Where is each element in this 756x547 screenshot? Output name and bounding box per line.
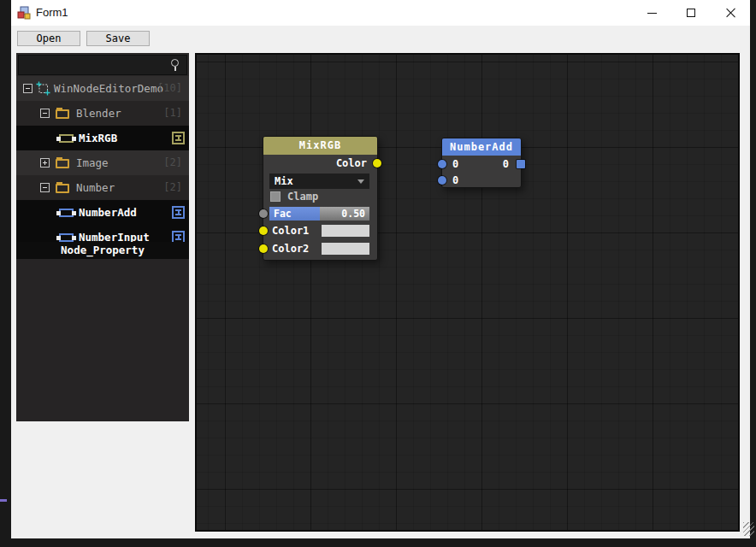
tree-item-label: NumberInput bbox=[79, 225, 150, 242]
input-socket-color1[interactable] bbox=[259, 226, 268, 235]
tree-item-label: NumberAdd bbox=[79, 200, 137, 225]
desktop-artifact bbox=[0, 499, 7, 502]
save-button[interactable]: Save bbox=[86, 31, 150, 46]
fac-slider[interactable]: Fac 0.50 bbox=[269, 207, 369, 221]
window-titlebar[interactable]: Form1 bbox=[11, 0, 750, 26]
node-form-icon[interactable] bbox=[172, 206, 185, 219]
collapse-toggle-icon[interactable] bbox=[23, 84, 32, 93]
tree-item-mixrgb[interactable]: MixRGB bbox=[16, 126, 189, 150]
folder-icon bbox=[56, 109, 69, 119]
toolbar: Open Save bbox=[11, 26, 750, 53]
input-socket-number1[interactable] bbox=[438, 160, 446, 168]
minimize-icon bbox=[647, 13, 657, 14]
output-socket-color[interactable] bbox=[373, 159, 381, 168]
app-icon bbox=[17, 6, 31, 20]
project-root-icon bbox=[36, 81, 50, 96]
minimize-button[interactable] bbox=[632, 0, 671, 26]
app-window: Form1 Open Save bbox=[11, 0, 750, 538]
search-input[interactable] bbox=[22, 57, 164, 73]
input-socket-color2[interactable] bbox=[259, 244, 268, 253]
blend-mode-value: Mix bbox=[275, 174, 293, 189]
fac-label: Fac bbox=[274, 207, 292, 221]
close-button[interactable] bbox=[711, 0, 750, 26]
input-socket-number2[interactable] bbox=[438, 176, 446, 185]
count-badge: [1] bbox=[163, 101, 182, 126]
close-icon bbox=[725, 8, 735, 18]
maximize-button[interactable] bbox=[671, 0, 711, 26]
color2-label: Color2 bbox=[272, 242, 309, 256]
node-form-icon[interactable] bbox=[172, 231, 185, 242]
color2-swatch[interactable] bbox=[322, 243, 369, 255]
tree-item-label: Image bbox=[76, 150, 109, 175]
collapse-toggle-icon[interactable] bbox=[40, 109, 50, 118]
collapse-toggle-icon[interactable] bbox=[40, 183, 50, 192]
search-icon bbox=[171, 59, 179, 67]
tree-item-label: Blender bbox=[76, 101, 121, 126]
blend-mode-dropdown[interactable]: Mix bbox=[269, 174, 369, 189]
tree-item-numberinput[interactable]: NumberInput bbox=[16, 225, 189, 242]
input-socket-fac[interactable] bbox=[259, 209, 268, 218]
tree-item-numberadd[interactable]: NumberAdd bbox=[16, 200, 189, 225]
fac-value: 0.50 bbox=[341, 207, 365, 221]
node-property-panel: Node_Property bbox=[16, 242, 189, 421]
window-controls bbox=[632, 0, 750, 26]
numberadd-row2: 0 bbox=[442, 172, 521, 189]
color1-row: Color1 bbox=[272, 224, 369, 238]
clamp-checkbox[interactable] bbox=[270, 191, 281, 202]
node-mixrgb-header[interactable]: MixRGB bbox=[263, 137, 377, 155]
expand-toggle-icon[interactable] bbox=[40, 158, 50, 168]
count-badge: [10] bbox=[157, 76, 182, 101]
node-tree-panel: WinNodeEditorDemo [10] Blender [1] MixRG… bbox=[16, 53, 189, 242]
tree-item-label: MixRGB bbox=[79, 126, 117, 150]
node-form-icon[interactable] bbox=[172, 132, 185, 144]
folder-icon bbox=[56, 159, 69, 168]
node-numberadd-header[interactable]: NumberAdd bbox=[442, 138, 521, 156]
numberadd-row1: 0 0 bbox=[442, 156, 521, 173]
tree-item-image[interactable]: Image [2] bbox=[16, 150, 189, 175]
folder-icon bbox=[56, 184, 69, 193]
resize-grip-icon bbox=[743, 522, 754, 536]
tree-item-label: WinNodeEditorDemo bbox=[54, 76, 163, 101]
open-button[interactable]: Open bbox=[17, 31, 80, 46]
clamp-label: Clamp bbox=[287, 191, 318, 203]
window-title: Form1 bbox=[36, 0, 68, 26]
tree-item-number[interactable]: Number [2] bbox=[16, 175, 189, 200]
maximize-icon bbox=[687, 9, 695, 17]
tree-item-label: Number bbox=[76, 175, 115, 200]
input2-value: 0 bbox=[452, 172, 458, 189]
output-color-label: Color bbox=[336, 155, 367, 173]
desktop-background: Form1 Open Save bbox=[0, 0, 756, 547]
property-panel-header: Node_Property bbox=[16, 242, 189, 259]
color1-swatch[interactable] bbox=[322, 225, 369, 237]
node-numberadd[interactable]: NumberAdd 0 0 0 bbox=[441, 138, 522, 188]
output-value: 0 bbox=[503, 156, 509, 173]
node-icon bbox=[59, 134, 74, 143]
search-box[interactable] bbox=[18, 55, 187, 75]
color1-label: Color1 bbox=[272, 224, 309, 238]
chevron-down-icon bbox=[357, 179, 364, 184]
node-editor-canvas[interactable]: MixRGB Color Mix Clamp Fac 0.50 bbox=[195, 53, 740, 532]
tree-item-winnodeeditordemo[interactable]: WinNodeEditorDemo [10] bbox=[16, 76, 189, 101]
tree-item-blender[interactable]: Blender [1] bbox=[16, 101, 189, 126]
count-badge: [2] bbox=[163, 175, 182, 200]
output-socket-number[interactable] bbox=[517, 160, 525, 168]
tree-list: WinNodeEditorDemo [10] Blender [1] MixRG… bbox=[16, 76, 189, 242]
color2-row: Color2 bbox=[272, 242, 369, 256]
node-icon bbox=[59, 233, 74, 242]
node-icon bbox=[59, 209, 74, 217]
node-mixrgb[interactable]: MixRGB Color Mix Clamp Fac 0.50 bbox=[263, 136, 378, 261]
count-badge: [2] bbox=[163, 150, 182, 175]
input1-value: 0 bbox=[452, 156, 458, 173]
